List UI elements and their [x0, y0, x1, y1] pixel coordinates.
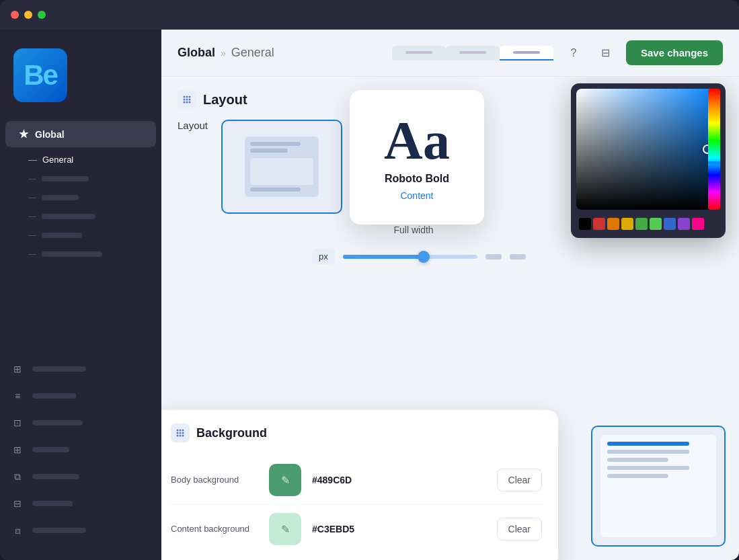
svg-point-11 — [182, 430, 184, 432]
content-bg-swatch[interactable]: ✎ — [269, 513, 301, 545]
help-button[interactable]: ? — [561, 41, 586, 65]
nav-placeholder — [32, 366, 86, 372]
swatch-yellow[interactable] — [621, 218, 633, 230]
slider-track[interactable] — [343, 255, 477, 259]
sub-general-label: General — [42, 155, 73, 165]
body-bg-label: Body background — [171, 474, 258, 486]
color-picker-main — [576, 89, 720, 210]
swatch-orange[interactable] — [607, 218, 619, 230]
title-bar — [0, 0, 739, 30]
slider-end — [485, 254, 502, 259]
menu-icon: ≡ — [11, 389, 24, 403]
swatch-blue[interactable] — [664, 218, 676, 230]
swatch-icon: ✎ — [281, 523, 290, 536]
history-button[interactable]: ⊟ — [594, 41, 618, 65]
full-width-label: Full width — [393, 225, 433, 235]
nav-placeholder — [32, 447, 69, 452]
slider-end2 — [510, 254, 526, 259]
swatch-purple[interactable] — [678, 218, 690, 230]
slider-thumb[interactable] — [418, 251, 430, 263]
sidebar-placeholder-5: — — [0, 245, 161, 264]
svg-point-1 — [186, 96, 188, 98]
logo: Be — [13, 48, 67, 102]
content-area: Layout Layout — [161, 77, 739, 560]
grid-icon: ⊞ — [11, 443, 24, 456]
swatch-green2[interactable] — [650, 218, 662, 230]
font-role: Content — [400, 190, 433, 201]
logo-area: Be — [0, 40, 161, 118]
nav-row-minus[interactable]: ⊟ — [0, 490, 161, 517]
svg-point-14 — [182, 432, 184, 434]
svg-point-15 — [177, 435, 179, 437]
svg-point-7 — [186, 102, 188, 104]
sidebar-placeholder-1: — — [0, 169, 161, 188]
nav-placeholder — [32, 420, 83, 426]
body-bg-clear[interactable]: Clear — [497, 469, 542, 491]
nav-row-menu[interactable]: ≡ — [0, 383, 161, 409]
swatch-icon: ✎ — [281, 474, 290, 487]
sidebar-sub-general[interactable]: — General — [0, 150, 161, 169]
section-title: Layout — [203, 92, 247, 108]
nav-row-page[interactable]: ⊡ — [0, 409, 161, 436]
topbar: Global » General ? — [161, 30, 739, 77]
nav-placeholder — [32, 501, 73, 506]
content-bg-clear[interactable]: Clear — [497, 518, 542, 541]
font-name: Roboto Bold — [385, 173, 449, 185]
nav-row-layout[interactable]: ⊞ — [0, 356, 161, 383]
tab-colors[interactable] — [446, 46, 500, 61]
svg-point-0 — [184, 96, 186, 98]
svg-point-12 — [177, 432, 179, 434]
save-button[interactable]: Save changes — [626, 40, 723, 65]
slider-row: px — [312, 249, 723, 264]
tab-layout[interactable] — [500, 46, 553, 61]
swatch-green1[interactable] — [635, 218, 648, 230]
layout-label-area: Layout — [178, 120, 208, 131]
sidebar-item-global[interactable]: ★ Global — [5, 121, 156, 147]
svg-point-2 — [189, 96, 191, 98]
svg-point-10 — [180, 430, 182, 432]
maximize-button[interactable] — [38, 11, 46, 19]
close-button[interactable] — [11, 11, 19, 19]
nav-row-copy[interactable]: ⧉ — [0, 463, 161, 490]
sidebar: Be ★ Global — General — — — — [0, 30, 161, 560]
color-picker-card — [571, 83, 726, 238]
preview-area — [591, 426, 726, 547]
nav-row-grid[interactable]: ⊞ — [0, 436, 161, 463]
topbar-tabs — [392, 46, 553, 61]
svg-point-3 — [184, 99, 186, 101]
preview-line — [607, 458, 668, 462]
layers-icon: ⧈ — [11, 524, 24, 537]
sidebar-nav-icons: ⊞ ≡ ⊡ ⊞ ⧉ — [0, 350, 161, 549]
minus-icon: ⊟ — [11, 497, 24, 510]
color-hue-slider[interactable] — [708, 89, 720, 210]
app-window: Be ★ Global — General — — — — [0, 0, 739, 560]
svg-point-8 — [189, 102, 191, 104]
swatch-red[interactable] — [593, 218, 605, 230]
preview-line — [607, 442, 689, 446]
tab-typography[interactable] — [392, 46, 446, 61]
body-bg-hex: #489C6D — [312, 475, 486, 485]
color-swatches — [576, 214, 720, 233]
layout-card-boxed[interactable] — [221, 120, 342, 214]
background-panel: Background Body background ✎ #489C6D Cle… — [161, 410, 558, 560]
color-gradient[interactable] — [576, 89, 720, 210]
svg-point-16 — [180, 435, 182, 437]
nav-row-layers[interactable]: ⧈ — [0, 517, 161, 544]
hue-indicator — [708, 161, 720, 164]
body-bg-swatch[interactable]: ✎ — [269, 464, 301, 496]
panel-section-icon — [171, 424, 190, 442]
preview-line — [607, 474, 668, 478]
swatch-pink[interactable] — [692, 218, 704, 230]
breadcrumb: Global » General — [178, 46, 373, 60]
svg-point-6 — [184, 102, 186, 104]
svg-point-13 — [180, 432, 182, 434]
placeholder-line — [42, 214, 95, 219]
nav-placeholder — [32, 528, 86, 533]
font-aa-text: Aa — [384, 114, 450, 167]
swatch-black[interactable] — [579, 218, 591, 230]
minimize-button[interactable] — [24, 11, 32, 19]
body-bg-row: Body background ✎ #489C6D Clear — [171, 456, 542, 505]
breadcrumb-general: General — [231, 46, 274, 60]
placeholder-line — [42, 233, 82, 238]
layout-card-inner — [245, 136, 319, 197]
